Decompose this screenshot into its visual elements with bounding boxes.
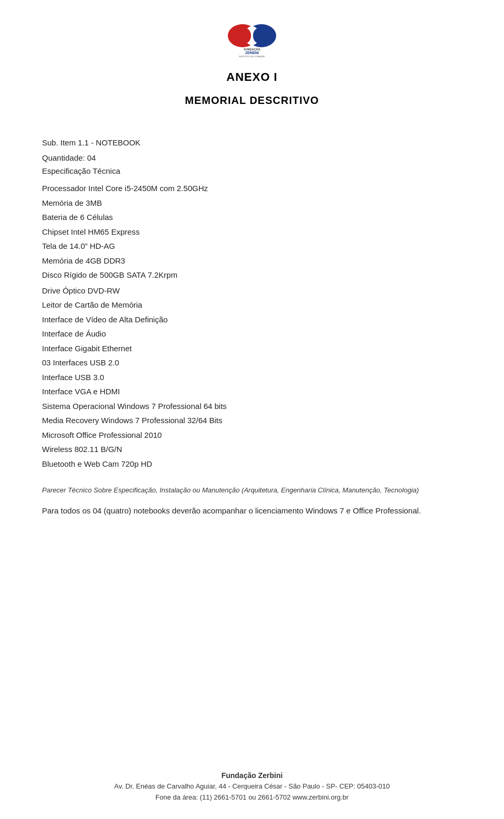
spec-media-recovery: Media Recovery Windows 7 Professional 32… [42,414,462,427]
svg-point-6 [253,28,264,43]
spec-block-2: Drive Óptico DVD-RW Leitor de Cartão de … [42,284,462,471]
spec-usb-20: 03 Interfaces USB 2.0 [42,356,462,370]
processor-spec: Processador Intel Core i5-2450M com 2.50… [42,182,462,195]
content: Sub. Item 1.1 - NOTEBOOK Quantidade: 04 … [42,138,462,798]
spec-windows7: Sistema Operacional Windows 7 Profession… [42,400,462,413]
spec-leitor-cartao: Leitor de Cartão de Memória [42,298,462,312]
fundacao-zerbini-logo: FUNDAÇÃO ZERBINI INSTITUTO DO CORAÇÃO [220,21,284,58]
svg-text:INSTITUTO DO CORAÇÃO: INSTITUTO DO CORAÇÃO [239,55,265,58]
footer: Fundação Zerbini Av. Dr. Enéas de Carval… [0,749,504,803]
sub-item-label: Sub. Item 1.1 - NOTEBOOK [42,138,462,147]
spec-chipset: Chipset Intel HM65 Express [42,225,462,239]
quantidade-label: Quantidade: 04 [42,153,462,162]
spec-usb-30: Interface USB 3.0 [42,371,462,384]
spec-memoria-3mb: Memória de 3MB [42,196,462,210]
spec-bluetooth-webcam: Bluetooth e Web Cam 720p HD [42,457,462,471]
logo-container: FUNDAÇÃO ZERBINI INSTITUTO DO CORAÇÃO [220,21,284,60]
spec-block-1: Memória de 3MB Bateria de 6 Células Chip… [42,196,462,282]
spec-interface-ethernet: Interface Gigabit Ethernet [42,342,462,355]
parecer-tecnico: Parecer Técnico Sobre Especificação, Ins… [42,486,462,494]
spec-interface-video: Interface de Vídeo de Alta Definição [42,313,462,327]
para-todos-text: Para todos os 04 (quatro) notebooks deve… [42,505,462,517]
spec-interface-audio: Interface de Áudio [42,327,462,341]
footer-phone: Fone da área: (11) 2661-5701 ou 2661-570… [0,792,504,803]
header: FUNDAÇÃO ZERBINI INSTITUTO DO CORAÇÃO AN… [42,21,462,122]
spec-wireless: Wireless 802.11 B/G/N [42,443,462,456]
page: FUNDAÇÃO ZERBINI INSTITUTO DO CORAÇÃO AN… [0,0,504,819]
spec-memoria-4gb: Memória de 4GB DDR3 [42,254,462,268]
footer-org-name: Fundação Zerbini [0,770,504,781]
svg-text:ZERBINI: ZERBINI [245,51,259,55]
memorial-title: MEMORIAL DESCRITIVO [185,94,319,107]
svg-point-5 [240,28,251,43]
spec-vga-hdmi: Interface VGA e HDMI [42,385,462,398]
spec-tela: Tela de 14.0” HD-AG [42,239,462,253]
annexo-title: ANEXO I [226,70,277,84]
spec-dvd: Drive Óptico DVD-RW [42,284,462,298]
footer-address: Av. Dr. Enéas de Carvalho Aguiar, 44 - C… [0,781,504,792]
spec-disco-rigido: Disco Rígido de 500GB SATA 7.2Krpm [42,268,462,282]
spec-bateria: Bateria de 6 Células [42,211,462,224]
spec-office: Microsoft Office Professional 2010 [42,428,462,442]
especificacao-label: Especificação Técnica [42,166,462,175]
